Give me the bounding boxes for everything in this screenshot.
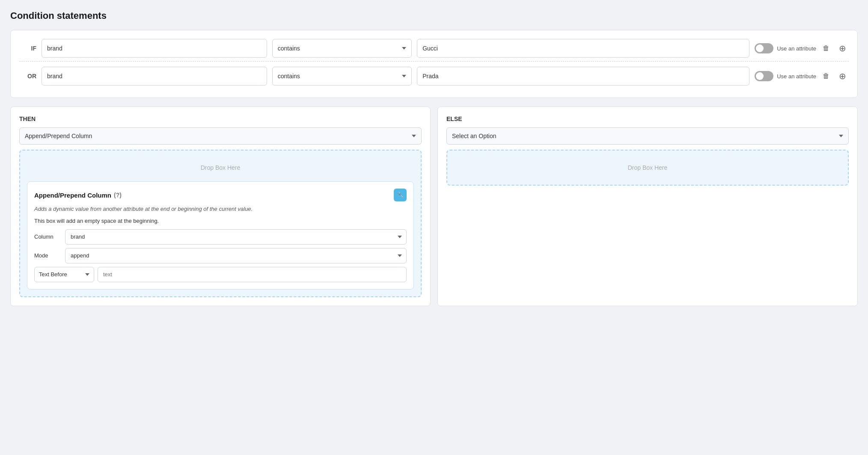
card-header: Append/Prepend Column (?) 🔧 [34,189,407,201]
else-block: ELSE Select an Option Append/Prepend Col… [437,106,858,306]
text-position-select[interactable]: Text Before Text After [34,267,94,282]
mode-select[interactable]: append prepend [65,248,407,263]
or-field-input[interactable] [42,67,267,86]
mode-row: Mode append prepend [34,248,407,263]
else-drop-placeholder: Drop Box Here [454,157,841,178]
if-delete-button[interactable]: 🗑 [820,42,832,55]
card-title: Append/Prepend Column (?) [34,192,122,199]
help-icon[interactable]: (?) [114,192,122,198]
or-use-attribute-toggle[interactable] [755,71,773,81]
column-row: Column brand title description price [34,229,407,245]
if-use-attribute-group: Use an attribute 🗑 ⊕ [755,42,849,55]
card-title-text: Append/Prepend Column [34,192,111,199]
then-block: THEN Append/Prepend Column Set Value Rep… [10,106,431,306]
or-divider [19,61,849,62]
if-use-attribute-toggle[interactable] [755,43,773,53]
if-row: IF contains equals starts with ends with… [19,39,849,58]
card-description: Adds a dynamic value from another attrib… [34,205,407,213]
append-prepend-card: Append/Prepend Column (?) 🔧 Adds a dynam… [27,181,414,290]
if-field-input[interactable] [42,39,267,58]
or-delete-button[interactable]: 🗑 [820,70,832,83]
else-drop-box: Drop Box Here [446,150,849,186]
column-select[interactable]: brand title description price [65,229,407,245]
mode-label: Mode [34,252,60,259]
then-else-section: THEN Append/Prepend Column Set Value Rep… [10,106,858,306]
if-operator-select[interactable]: contains equals starts with ends with no… [272,39,412,58]
or-value-input[interactable] [417,67,749,86]
then-drop-box: Drop Box Here Append/Prepend Column (?) … [19,150,422,297]
else-action-select[interactable]: Select an Option Append/Prepend Column S… [446,127,849,145]
then-action-select[interactable]: Append/Prepend Column Set Value Replace … [19,127,422,145]
else-header: ELSE [446,115,849,122]
column-label: Column [34,233,60,240]
if-add-button[interactable]: ⊕ [836,42,849,55]
text-before-row: Text Before Text After [34,267,407,282]
then-header: THEN [19,115,422,122]
page-title: Condition statements [10,10,858,21]
or-row: OR contains equals starts with ends with… [19,67,849,86]
if-use-attribute-label: Use an attribute [777,45,816,52]
text-value-input[interactable] [98,267,407,282]
card-note: This box will add an empty space at the … [34,218,407,224]
then-drop-placeholder: Drop Box Here [27,157,414,178]
or-operator-select[interactable]: contains equals starts with ends with no… [272,67,412,86]
or-label: OR [19,73,36,80]
or-use-attribute-group: Use an attribute 🗑 ⊕ [755,70,849,83]
if-value-input[interactable] [417,39,749,58]
or-add-button[interactable]: ⊕ [836,70,849,83]
or-use-attribute-label: Use an attribute [777,73,816,80]
if-label: IF [19,45,36,52]
condition-section: IF contains equals starts with ends with… [10,30,858,98]
wrench-button[interactable]: 🔧 [394,189,407,201]
